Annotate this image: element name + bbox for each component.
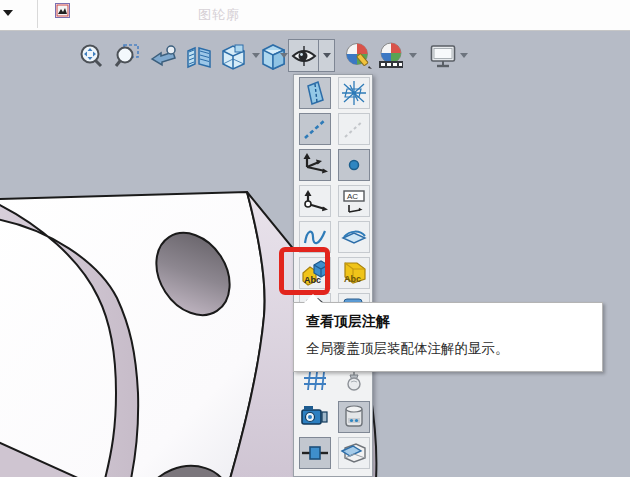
sensor-icon (341, 403, 367, 431)
zoom-area-icon (114, 43, 141, 70)
view-selector-icon (218, 42, 248, 70)
tooltip-title: 查看顶层注解 (306, 313, 592, 331)
section-view-icon (185, 43, 213, 70)
hide-show-items-group (288, 39, 336, 72)
svg-text:Abc: Abc (344, 274, 361, 284)
tooltip-description: 全局覆盖顶层装配体注解的显示。 (306, 340, 592, 358)
disabled-dashed-line-icon (341, 116, 367, 142)
edit-appearance-button[interactable] (344, 42, 374, 70)
view-settings-button[interactable] (428, 42, 458, 70)
appearance-sphere-icon (345, 42, 374, 70)
view-parting-lines-button[interactable] (338, 221, 370, 253)
menu-dropdown-icon[interactable] (3, 10, 13, 16)
view-origins-button[interactable] (299, 149, 331, 181)
previous-view-icon (149, 43, 177, 70)
eye-icon (291, 45, 317, 67)
svg-text:AC: AC (347, 192, 358, 201)
section-view-button[interactable] (184, 42, 214, 70)
parting-line-icon (340, 224, 368, 250)
apply-scene-dropdown-icon[interactable] (409, 53, 417, 58)
origin-arrows-icon (301, 152, 329, 178)
view-temporary-axes-button[interactable] (299, 113, 331, 145)
live-section-icon (339, 439, 369, 467)
view-planes-button[interactable] (299, 77, 331, 109)
tooltip-notch (304, 294, 322, 303)
view-live-section-planes-button[interactable] (338, 437, 370, 469)
picture-icon[interactable] (55, 3, 70, 22)
light-bulb-icon (343, 369, 365, 393)
temporary-axis-icon (302, 116, 328, 142)
previous-view-button[interactable] (148, 42, 178, 70)
solidworks-window: 图轮廓 (0, 0, 630, 477)
zoom-to-area-button[interactable] (112, 42, 142, 70)
monitor-icon (429, 43, 458, 70)
view-cameras-button[interactable] (299, 401, 331, 433)
view-orientation-dropdown-icon[interactable] (280, 53, 288, 58)
point-icon (341, 152, 367, 178)
view-mates-button[interactable] (299, 437, 331, 469)
grid-icon (302, 370, 328, 392)
view-axes-button[interactable] (338, 77, 370, 109)
menu-separator (37, 0, 38, 28)
bottom-partial-left-button[interactable] (299, 473, 331, 477)
view-annotations-button[interactable]: Abc (338, 257, 370, 289)
tooltip: 查看顶层注解 全局覆盖顶层装配体注解的显示。 (293, 302, 603, 372)
view-dimension-names-button[interactable]: AC (338, 185, 370, 217)
zoom-fit-icon (78, 43, 105, 70)
view-coordinate-systems-button[interactable] (299, 185, 331, 217)
plane-icon (302, 80, 328, 106)
view-points-button[interactable] (338, 149, 370, 181)
view-sensors-button[interactable] (338, 401, 370, 433)
zoom-to-fit-button[interactable] (76, 42, 106, 70)
hide-show-items-dropdown-button[interactable] (319, 39, 335, 72)
view-dimension-lines-button[interactable] (338, 113, 370, 145)
hide-show-items-button[interactable] (288, 39, 319, 72)
highlight-rectangle (279, 247, 330, 295)
menu-bar: 图轮廓 (0, 0, 630, 31)
dimension-name-icon: AC (340, 188, 368, 214)
camera-icon (300, 403, 330, 431)
scene-sphere-icon (377, 42, 406, 70)
coordinate-system-icon (301, 188, 329, 214)
chevron-down-icon (323, 53, 331, 58)
view-selector-button[interactable] (218, 42, 248, 70)
annotation-icon: Abc (339, 259, 369, 287)
apply-scene-button[interactable] (376, 42, 406, 70)
mate-icon (301, 440, 329, 466)
bottom-partial-right-button[interactable] (338, 473, 370, 477)
axes-star-icon (340, 80, 368, 106)
view-settings-dropdown-icon[interactable] (460, 53, 468, 58)
menu-item-silhouette[interactable]: 图轮廓 (198, 6, 240, 24)
